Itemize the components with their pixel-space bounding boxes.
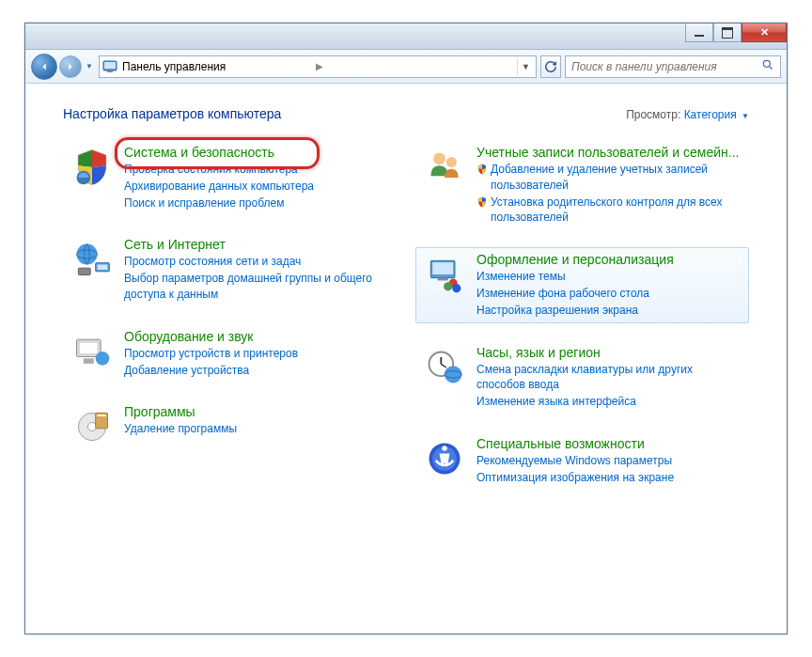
category-clock: Часы, язык и регионСмена раскладки клави… — [415, 340, 749, 415]
left-column: Система и безопасностьПроверка состояния… — [63, 140, 397, 491]
clock-icon — [422, 345, 467, 390]
sublink[interactable]: Оптимизация изображения на экране — [476, 470, 742, 486]
category-title[interactable]: Программы — [124, 404, 390, 419]
category-programs: ПрограммыУдаление программы — [63, 399, 397, 454]
svg-point-19 — [433, 152, 445, 164]
sublink[interactable]: Изменение фона рабочего стола — [476, 286, 742, 302]
svg-rect-10 — [78, 269, 90, 275]
svg-point-25 — [444, 282, 452, 290]
view-dropdown[interactable]: Категория ▼ — [684, 108, 749, 121]
category-network: Сеть и ИнтернетПросмотр состояния сети и… — [63, 232, 397, 306]
nav-back-button[interactable] — [31, 54, 57, 80]
sublink[interactable]: Смена раскладки клавиатуры или других сп… — [476, 362, 742, 394]
sublink[interactable]: Настройка разрешения экрана — [476, 303, 742, 319]
category-title[interactable]: Учетные записи пользователей и семейн... — [476, 145, 742, 160]
minimize-button[interactable] — [685, 23, 713, 42]
sublink[interactable]: Добавление устройства — [124, 363, 390, 379]
category-title[interactable]: Сеть и Интернет — [124, 237, 390, 252]
view-label: Просмотр: — [626, 108, 680, 121]
svg-point-34 — [442, 446, 447, 451]
control-panel-icon — [102, 58, 118, 75]
programs-icon — [70, 404, 115, 449]
sublink[interactable]: Изменение языка интерфейса — [476, 394, 742, 410]
right-column: Учетные записи пользователей и семейн...… — [415, 140, 749, 491]
navbar: ▼ Панель управления ▶ ▼ — [25, 50, 787, 84]
search-icon[interactable] — [761, 58, 774, 74]
sublink[interactable]: Просмотр устройств и принтеров — [124, 346, 390, 362]
titlebar — [25, 23, 787, 50]
maximize-button[interactable] — [713, 23, 742, 42]
svg-rect-18 — [98, 415, 106, 417]
sublink[interactable]: Выбор параметров домашней группы и общег… — [124, 271, 390, 303]
sublink[interactable]: Просмотр состояния сети и задач — [124, 254, 390, 270]
control-panel-window: ▼ Панель управления ▶ ▼ Настройка параме… — [24, 23, 788, 634]
search-box[interactable] — [565, 55, 781, 78]
sublink[interactable]: Архивирование данных компьютера — [124, 179, 390, 195]
category-title[interactable]: Часы, язык и регион — [476, 345, 742, 360]
appearance-icon — [422, 252, 467, 297]
sublink[interactable]: Установка родительского контроля для все… — [476, 195, 742, 227]
category-appearance: Оформление и персонализацияИзменение тем… — [415, 247, 749, 322]
address-dropdown-icon[interactable]: ▼ — [517, 58, 534, 75]
category-shield-sec: Система и безопасностьПроверка состояния… — [63, 140, 397, 215]
breadcrumb-separator-icon[interactable]: ▶ — [310, 61, 329, 71]
nav-forward-button[interactable] — [59, 55, 82, 78]
sublink[interactable]: Удаление программы — [124, 421, 390, 437]
category-ease: Специальные возможностиРекомендуемые Win… — [415, 431, 749, 491]
svg-point-26 — [452, 284, 461, 292]
svg-point-3 — [763, 60, 770, 67]
category-title[interactable]: Оборудование и звук — [124, 329, 390, 344]
shield-sec-icon — [70, 145, 115, 190]
page-title: Настройка параметров компьютера — [63, 106, 281, 121]
svg-rect-23 — [438, 278, 448, 281]
sublink[interactable]: Проверка состояния компьютера — [124, 162, 390, 178]
svg-rect-2 — [107, 70, 113, 72]
network-icon — [70, 237, 115, 282]
svg-rect-12 — [80, 343, 97, 353]
category-title[interactable]: Оформление и персонализация — [476, 252, 742, 267]
category-title[interactable]: Система и безопасность — [124, 145, 390, 160]
ease-icon — [422, 436, 467, 481]
sublink[interactable]: Рекомендуемые Windows параметры — [476, 453, 742, 469]
svg-point-30 — [445, 366, 461, 383]
svg-rect-9 — [98, 265, 108, 271]
svg-rect-1 — [104, 62, 116, 69]
refresh-button[interactable] — [540, 55, 561, 78]
category-hardware: Оборудование и звукПросмотр устройств и … — [63, 324, 397, 383]
breadcrumb-text[interactable]: Панель управления — [122, 60, 310, 73]
svg-rect-22 — [432, 262, 453, 274]
address-bar[interactable]: Панель управления ▶ ▼ — [99, 55, 537, 78]
category-users: Учетные записи пользователей и семейн...… — [415, 140, 749, 230]
sublink[interactable]: Добавление и удаление учетных записей по… — [476, 162, 742, 194]
view-control: Просмотр: Категория ▼ — [626, 108, 749, 121]
svg-point-20 — [446, 157, 457, 167]
svg-rect-14 — [84, 358, 94, 364]
content-area: Настройка параметров компьютера Просмотр… — [25, 84, 787, 634]
svg-point-6 — [77, 244, 98, 265]
sublink[interactable]: Изменение темы — [476, 269, 742, 285]
users-icon — [422, 145, 467, 190]
category-title[interactable]: Специальные возможности — [476, 436, 742, 451]
sublink[interactable]: Поиск и исправление проблем — [124, 196, 390, 211]
search-input[interactable] — [571, 60, 761, 73]
svg-point-13 — [96, 352, 110, 366]
nav-history-dropdown[interactable]: ▼ — [84, 62, 95, 70]
hardware-icon — [70, 329, 115, 374]
svg-line-4 — [770, 67, 773, 70]
close-button[interactable] — [742, 23, 787, 42]
